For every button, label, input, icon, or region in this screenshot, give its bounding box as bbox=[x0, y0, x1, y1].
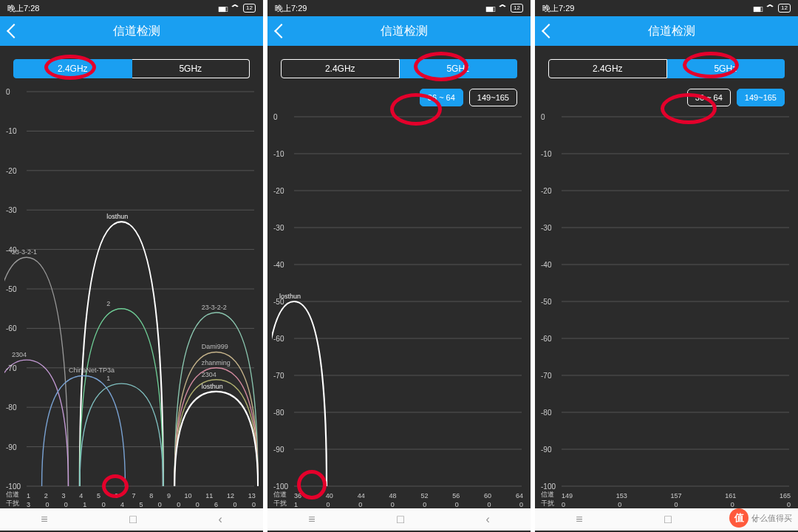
network-label: ChinaNet-TP3a bbox=[69, 366, 115, 374]
x-interference-value: 5 bbox=[139, 501, 143, 508]
x-interference-value: 0 bbox=[455, 501, 459, 508]
recent-apps-icon[interactable]: ≡ bbox=[308, 513, 315, 526]
x-interference-value: 0 bbox=[233, 501, 236, 508]
x-channel-label: 161 bbox=[725, 492, 736, 499]
battery-indicator: 12 bbox=[778, 4, 791, 13]
network-label: Dami999 bbox=[202, 343, 228, 350]
y-tick-label: -70 bbox=[6, 364, 16, 372]
x-interference-value: 0 bbox=[391, 501, 395, 508]
x-channel-label: 11 bbox=[205, 492, 213, 499]
y-tick-label: -60 bbox=[6, 324, 16, 332]
page-title: 信道检测 bbox=[287, 24, 522, 39]
x-channel-label: 10 bbox=[185, 492, 192, 499]
subtab-149-165[interactable]: 149~165 bbox=[737, 89, 785, 106]
wifi-icon bbox=[231, 3, 239, 13]
y-tick-label: -70 bbox=[273, 372, 284, 380]
phone-screen: 晚上7:2912信道检测2.4GHz5GHz36 ~ 64149~1650-10… bbox=[267, 0, 531, 532]
y-tick-label: -50 bbox=[6, 285, 16, 293]
tab-5ghz[interactable]: 5GHz bbox=[400, 59, 518, 78]
subtab-149-165[interactable]: 149~165 bbox=[469, 89, 517, 106]
tab-2-4ghz[interactable]: 2.4GHz bbox=[13, 59, 132, 78]
x-channel-label: 60 bbox=[484, 492, 491, 499]
signal-icon bbox=[218, 4, 227, 13]
recent-apps-icon[interactable]: ≡ bbox=[576, 513, 582, 526]
chart-svg bbox=[539, 114, 794, 489]
subtab-36-64[interactable]: 36 ~ 64 bbox=[420, 89, 463, 106]
x-channel-label: 40 bbox=[326, 492, 333, 499]
tab-5ghz[interactable]: 5GHz bbox=[667, 59, 785, 78]
signal-chart: 0-10-20-30-40-50-60-70-80-90-100losthun信… bbox=[272, 114, 526, 508]
band-tabs: 2.4GHz5GHz bbox=[0, 46, 263, 84]
phone-screen: 晚上7:2912信道检测2.4GHz5GHz36 ~ 64149~1650-10… bbox=[535, 0, 798, 532]
nav-back-icon[interactable]: ‹ bbox=[485, 513, 489, 526]
subtab-36-64[interactable]: 36 ~ 64 bbox=[687, 89, 731, 106]
x-channel-label: 2 bbox=[44, 492, 48, 499]
network-curve bbox=[174, 392, 258, 486]
title-bar: 信道检测 bbox=[0, 16, 263, 46]
home-icon[interactable]: □ bbox=[397, 513, 404, 526]
band-tabs: 2.4GHz5GHz bbox=[267, 46, 531, 84]
y-tick-label: 0 bbox=[273, 113, 278, 121]
x-channel-label: 56 bbox=[452, 492, 460, 499]
x-channel-label: 13 bbox=[248, 492, 256, 499]
network-label: 23-3-2-1 bbox=[12, 248, 37, 256]
x-channel-label: 6 bbox=[115, 492, 118, 499]
x-channels-row: 12345678910111213 bbox=[27, 492, 256, 499]
network-curve bbox=[174, 313, 258, 486]
x-interference-value: 0 bbox=[177, 501, 180, 508]
nav-back-icon[interactable]: ‹ bbox=[218, 513, 222, 526]
tab-5ghz[interactable]: 5GHz bbox=[132, 59, 250, 78]
x-interference-value: 0 bbox=[64, 501, 68, 508]
title-bar: 信道检测 bbox=[267, 16, 531, 46]
status-time: 晚上7:29 bbox=[542, 3, 574, 14]
network-curve bbox=[80, 383, 163, 486]
y-tick-label: -10 bbox=[6, 127, 16, 135]
y-tick-label: 0 bbox=[541, 113, 545, 121]
tab-2-4ghz[interactable]: 2.4GHz bbox=[548, 59, 667, 78]
phone-screen: 晚上7:2812信道检测2.4GHz5GHz0-10-20-30-40-50-6… bbox=[0, 0, 263, 532]
home-icon[interactable]: □ bbox=[129, 513, 137, 526]
watermark-badge: 值 bbox=[729, 508, 748, 528]
y-tick-label: -10 bbox=[541, 150, 551, 158]
y-tick-label: -40 bbox=[273, 261, 284, 269]
x-row-label-interference: 干扰 bbox=[541, 499, 554, 508]
x-channel-label: 12 bbox=[227, 492, 234, 499]
x-channel-label: 44 bbox=[358, 492, 365, 499]
chart-svg bbox=[272, 114, 526, 489]
signal-chart: 0-10-20-30-40-50-60-70-80-90-100losthun2… bbox=[4, 89, 259, 508]
recent-apps-icon[interactable]: ≡ bbox=[41, 513, 47, 526]
signal-icon bbox=[753, 4, 762, 13]
network-curve bbox=[80, 309, 163, 486]
y-tick-label: -60 bbox=[541, 335, 551, 343]
page-title: 信道检测 bbox=[554, 24, 789, 39]
y-tick-label: -80 bbox=[541, 409, 551, 417]
page-title: 信道检测 bbox=[19, 24, 254, 39]
y-tick-label: -20 bbox=[273, 187, 284, 195]
title-bar: 信道检测 bbox=[535, 16, 798, 46]
x-interference-value: 1 bbox=[294, 501, 298, 508]
y-tick-label: -60 bbox=[273, 335, 284, 343]
x-interference-value: 0 bbox=[327, 501, 330, 508]
android-nav-bar: ≡□‹ bbox=[267, 508, 531, 531]
watermark: 值什么值得买 bbox=[729, 508, 792, 528]
tab-2-4ghz[interactable]: 2.4GHz bbox=[281, 59, 400, 78]
y-tick-label: -80 bbox=[6, 403, 16, 412]
x-channel-label: 157 bbox=[670, 492, 681, 499]
y-tick-label: -30 bbox=[6, 206, 16, 214]
signal-chart: 0-10-20-30-40-50-60-70-80-90-100信道干扰1491… bbox=[539, 114, 794, 508]
x-channel-label: 165 bbox=[780, 492, 791, 499]
y-tick-label: -10 bbox=[273, 150, 284, 158]
x-interference-value: 0 bbox=[102, 501, 106, 508]
x-channel-label: 3 bbox=[61, 492, 65, 499]
x-interference-value: 0 bbox=[487, 501, 491, 508]
channel-range-tabs: 36 ~ 64149~165 bbox=[535, 84, 798, 109]
home-icon[interactable]: □ bbox=[664, 513, 672, 526]
x-channel-label: 153 bbox=[616, 492, 627, 499]
x-interference-value: 0 bbox=[196, 501, 200, 508]
x-interference-value: 0 bbox=[562, 501, 565, 508]
network-label: losthun bbox=[279, 293, 301, 300]
y-tick-label: -70 bbox=[541, 372, 551, 380]
status-bar: 晚上7:2812 bbox=[0, 0, 263, 16]
x-interference-value: 0 bbox=[787, 501, 791, 508]
network-curve bbox=[4, 360, 68, 486]
